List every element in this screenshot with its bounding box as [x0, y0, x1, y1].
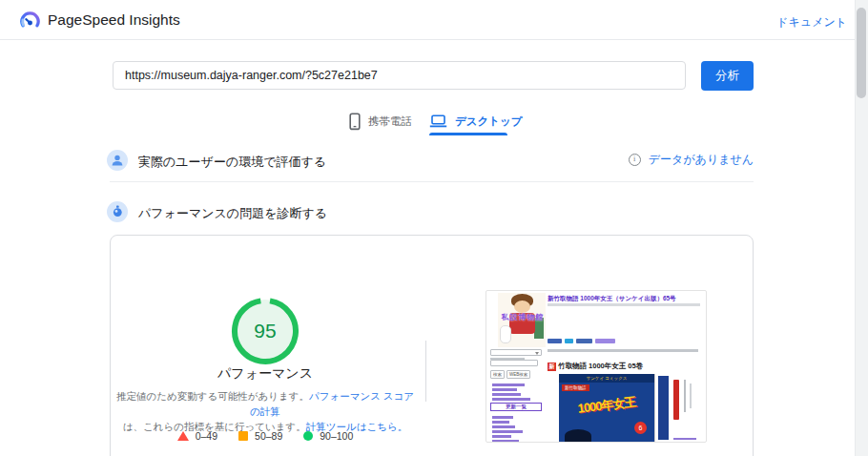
spine-text-bar: [690, 383, 692, 408]
thumb-page-title: 新竹取物語 1000年女王（サンケイ出版）65号: [548, 295, 704, 302]
thumb-article-heading-text: 竹取物語 1000年女王 05巻: [558, 362, 643, 371]
thumb-sidebar-search: [490, 360, 538, 366]
field-status-label: データがありません: [649, 152, 754, 168]
legend-item-fail: 0–49: [177, 430, 217, 442]
legend-item-pass: 90–100: [303, 430, 353, 442]
page-screenshot-thumbnail[interactable]: 私設博物館 新竹取物語 1000年女王（サンケイ出版）65号 検索 WEB検索 …: [486, 290, 707, 443]
cover-planet-shape: [565, 429, 591, 443]
red-triangle-icon: [177, 431, 189, 441]
thumb-sidebar-buttons: 検索 WEB検索: [490, 370, 530, 379]
desktop-laptop-icon: [429, 114, 447, 128]
card-vertical-divider: [425, 341, 426, 402]
thumb-link-bar: [492, 416, 513, 419]
field-section-title: 実際のユーザーの環境で評価する: [138, 154, 326, 171]
comic-cover-image: サンケイ コミックス 新竹取物語 1000年女王 6: [559, 374, 702, 443]
legend-item-average: 50–89: [238, 430, 282, 442]
thumb-link-bar: [492, 398, 530, 401]
page-scrollbar-track: [855, 0, 868, 456]
site-mascot-image: 私設博物館: [498, 293, 546, 347]
cover-top-band: サンケイ コミックス: [559, 374, 654, 383]
section-divider: [110, 181, 754, 182]
thumb-link-bar: [492, 440, 519, 443]
thumb-tags-bar: [548, 349, 698, 352]
field-data-user-icon: [107, 150, 128, 171]
app-header: PageSpeed Insights ドキュメント: [0, 0, 868, 40]
tab-desktop[interactable]: デスクトップ: [429, 109, 523, 134]
performance-report-card: 95 パフォーマンス 推定値のため変動する可能性があります。パフォーマンス スコ…: [110, 235, 754, 456]
comic-cover-spine: [654, 374, 702, 443]
note-text-1: 推定値のため変動する可能性があります。: [116, 390, 309, 402]
pagespeed-insights-page: PageSpeed Insights ドキュメント 分析 携帯電話 デスクトップ…: [0, 0, 868, 456]
lab-data-stopwatch-icon: [107, 201, 128, 222]
legend-range-pass: 90–100: [320, 430, 353, 442]
spine-blue-banner: [658, 376, 669, 440]
thumb-article-heading: 新 竹取物語 1000年女王 05巻: [548, 362, 643, 371]
performance-score-value: 95: [231, 297, 300, 365]
thumb-updates-box: 更新一覧: [490, 403, 542, 411]
tab-desktop-label: デスクトップ: [455, 114, 523, 129]
new-badge-icon: 新: [548, 363, 556, 371]
thumb-sidebar-select: [490, 349, 542, 356]
thumb-link-bar: [492, 430, 523, 433]
spine-text-bar: [684, 380, 686, 412]
thumb-link-bar: [492, 383, 525, 386]
spine-purple-bar: [673, 438, 696, 441]
performance-score-gauge[interactable]: 95: [231, 297, 300, 365]
thumb-breadcrumb-bar: [548, 303, 700, 306]
page-scrollbar-thumb[interactable]: [857, 8, 866, 98]
info-icon: [629, 154, 641, 166]
legend-range-average: 50–89: [255, 430, 282, 442]
thumb-link-bar: [492, 425, 515, 428]
mobile-phone-icon: [349, 113, 361, 131]
field-data-status-link[interactable]: データがありません: [629, 152, 754, 168]
thumb-link-bar: [492, 388, 517, 391]
performance-label: パフォーマンス: [122, 365, 408, 383]
app-title: PageSpeed Insights: [48, 11, 180, 29]
comic-cover-front: サンケイ コミックス 新竹取物語 1000年女王 6: [559, 374, 654, 443]
cover-title-text: 1000年女王: [560, 391, 652, 420]
url-input[interactable]: [113, 61, 686, 90]
spine-red-banner: [673, 380, 679, 420]
thumb-search-button: 検索: [490, 370, 505, 379]
score-legend: 0–49 50–89 90–100: [113, 430, 418, 442]
tab-mobile-label: 携帯電話: [368, 114, 412, 129]
documentation-link[interactable]: ドキュメント: [776, 14, 847, 31]
cover-series-chip: 新竹取物語: [562, 384, 589, 391]
thumb-link-bar: [492, 421, 509, 424]
thumb-link-bar: [492, 435, 511, 438]
green-circle-icon: [303, 431, 313, 441]
thumb-web-search-button: WEB検索: [506, 370, 530, 379]
mascot-cat: [500, 325, 511, 343]
tab-mobile[interactable]: 携帯電話: [349, 109, 412, 134]
analyze-button[interactable]: 分析: [701, 61, 754, 91]
performance-note: 推定値のため変動する可能性があります。パフォーマンス スコアの計算は、これらの指…: [113, 388, 418, 434]
thumb-link-bar: [492, 393, 521, 396]
legend-range-fail: 0–49: [196, 430, 217, 442]
cover-volume-badge: 6: [634, 422, 647, 434]
thumb-share-buttons: [548, 339, 615, 343]
orange-square-icon: [238, 431, 248, 441]
site-logo-text: 私設博物館: [498, 312, 546, 322]
lab-section-title: パフォーマンスの問題を診断する: [138, 205, 327, 222]
pagespeed-logo-icon: [19, 10, 41, 31]
active-tab-indicator: [429, 133, 507, 135]
